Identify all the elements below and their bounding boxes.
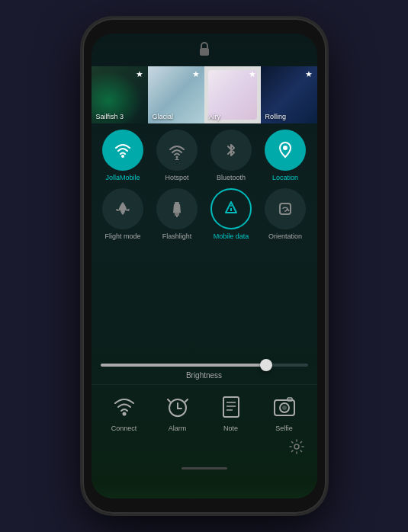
star-icon: ★ <box>192 69 200 79</box>
toggle-label-bluetooth: Bluetooth <box>217 174 246 182</box>
shortcut-alarm-label: Alarm <box>169 425 187 432</box>
toggle-label-location: Location <box>272 174 298 182</box>
star-icon: ★ <box>305 69 313 79</box>
bottom-gradient <box>92 464 317 498</box>
brightness-track[interactable] <box>101 364 308 367</box>
svg-rect-5 <box>175 213 179 216</box>
brightness-label: Brightness <box>101 371 308 380</box>
toggle-circle-orientation <box>265 188 306 229</box>
svg-rect-14 <box>223 397 239 417</box>
brightness-fill <box>101 364 267 367</box>
toggle-grid: JollaMobile <box>96 130 313 241</box>
shortcuts-section: Connect Alarm <box>92 384 317 435</box>
lock-icon <box>198 41 211 60</box>
toggle-mobile-data[interactable]: Mobile data <box>206 188 257 241</box>
brightness-thumb[interactable] <box>260 359 272 371</box>
star-icon: ★ <box>249 69 256 79</box>
wallpaper-glacial[interactable]: ★ Glacial <box>148 66 204 123</box>
phone-screen: ★ Sailfish 3 ★ Glacial ★ Airy <box>92 34 317 498</box>
toggle-location[interactable]: Location <box>260 130 311 182</box>
svg-rect-0 <box>200 48 209 56</box>
shortcut-selfie[interactable]: Selfie <box>269 391 300 432</box>
toggle-bluetooth[interactable]: Bluetooth <box>206 130 257 182</box>
toggle-jolla-mobile[interactable]: JollaMobile <box>98 130 149 182</box>
phone-device: ★ Sailfish 3 ★ Glacial ★ Airy <box>82 18 326 514</box>
shortcut-selfie-label: Selfie <box>275 425 293 432</box>
wallpaper-airy[interactable]: ★ Airy <box>204 66 261 123</box>
toggle-circle-bluetooth <box>210 130 252 171</box>
toggle-hotspot[interactable]: Hotspot <box>152 130 203 182</box>
shortcut-alarm[interactable]: Alarm <box>162 391 193 432</box>
settings-row <box>92 435 317 464</box>
shortcut-connect[interactable]: Connect <box>109 391 140 432</box>
wallpaper-label: Glacial <box>153 113 174 120</box>
svg-point-22 <box>294 444 299 449</box>
home-indicator <box>182 467 227 470</box>
shortcut-selfie-icon <box>269 391 300 421</box>
shortcut-note[interactable]: Note <box>216 391 246 432</box>
shortcut-alarm-icon <box>162 391 193 421</box>
svg-point-3 <box>283 146 288 150</box>
wallpaper-label: Rolling <box>265 113 287 120</box>
toggle-circle-location <box>265 130 306 171</box>
svg-point-9 <box>230 205 232 207</box>
star-icon: ★ <box>136 69 143 79</box>
toggle-flight-mode[interactable]: Flight mode <box>98 188 149 241</box>
toggle-label-orientation: Orientation <box>268 232 302 241</box>
toggle-circle-flight <box>102 188 143 229</box>
svg-point-20 <box>282 405 287 410</box>
svg-rect-10 <box>280 204 291 214</box>
toggle-circle-jolla <box>102 130 143 171</box>
toggle-label-hotspot: Hotspot <box>165 174 188 182</box>
lock-area <box>92 34 317 66</box>
svg-rect-4 <box>175 202 179 204</box>
wallpaper-rolling[interactable]: ★ Rolling <box>261 66 317 123</box>
wallpaper-label: Airy <box>209 113 221 120</box>
wallpaper-label: Sailfish 3 <box>96 113 124 120</box>
toggles-section: JollaMobile <box>92 123 317 357</box>
toggle-flashlight[interactable]: Flashlight <box>152 188 203 241</box>
toggle-circle-mobile-data <box>210 188 252 229</box>
toggle-label-flashlight: Flashlight <box>162 232 192 241</box>
shortcut-connect-icon <box>109 391 140 421</box>
shortcut-note-icon <box>216 391 246 421</box>
toggle-label-flight: Flight mode <box>104 232 140 241</box>
svg-point-11 <box>284 210 286 212</box>
settings-button[interactable] <box>288 438 305 458</box>
svg-point-12 <box>122 412 126 416</box>
toggle-label-jolla: JollaMobile <box>105 174 140 182</box>
svg-point-1 <box>121 155 124 158</box>
shortcut-note-label: Note <box>223 425 238 432</box>
toggle-orientation[interactable]: Orientation <box>260 188 311 241</box>
wallpaper-sailfish[interactable]: ★ Sailfish 3 <box>92 66 148 123</box>
toggle-circle-flashlight <box>156 188 198 229</box>
shortcut-connect-label: Connect <box>111 425 137 432</box>
toggle-circle-hotspot <box>156 130 198 171</box>
brightness-section: Brightness <box>92 357 317 384</box>
toggle-label-mobile-data: Mobile data <box>214 232 249 241</box>
wallpaper-strip[interactable]: ★ Sailfish 3 ★ Glacial ★ Airy <box>92 66 317 123</box>
